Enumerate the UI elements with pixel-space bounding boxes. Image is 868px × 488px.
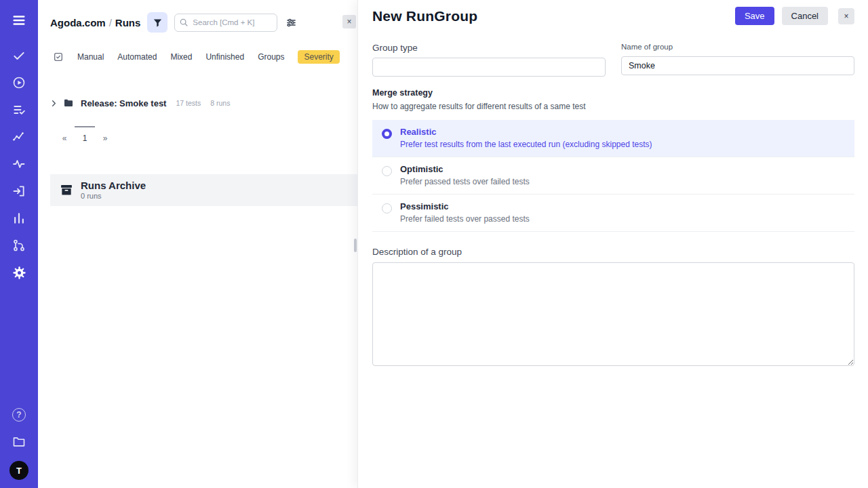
sidebar-nav <box>8 45 30 283</box>
breadcrumb-separator: / <box>106 17 115 28</box>
archive-box-icon <box>60 183 73 197</box>
run-group-tests-count: 17 tests <box>176 99 201 107</box>
tab-severity-badge[interactable]: Severity <box>298 50 339 64</box>
archive-subtitle: 0 runs <box>81 192 146 200</box>
runs-archive-row[interactable]: Runs Archive 0 runs <box>50 174 357 206</box>
save-button[interactable]: Save <box>735 7 774 25</box>
run-group-tree-row[interactable]: Release: Smoke test 17 tests 8 runs <box>38 95 357 111</box>
runs-header: Agoda.com/Runs <box>38 0 357 33</box>
description-label: Description of a group <box>372 247 854 257</box>
breadcrumb-project[interactable]: Agoda.com <box>50 17 106 28</box>
user-avatar[interactable]: T <box>9 461 28 480</box>
import-icon[interactable] <box>8 180 30 202</box>
runs-panel-close-button[interactable]: × <box>342 15 356 28</box>
group-type-label: Group type <box>372 43 606 53</box>
help-question-glyph: ? <box>12 408 26 422</box>
activity-pulse-icon[interactable] <box>8 153 30 175</box>
group-type-input[interactable] <box>372 58 606 77</box>
radio-unselected-icon[interactable] <box>382 166 392 176</box>
strategy-option-realistic[interactable]: Realistic Prefer test results from the l… <box>372 120 854 157</box>
run-group-runs-count: 8 runs <box>210 99 230 107</box>
archive-title: Runs Archive <box>81 180 146 191</box>
page-title: New RunGroup <box>372 8 477 24</box>
sidebar-bottom: ? T <box>8 404 30 480</box>
runs-play-icon[interactable] <box>8 72 30 94</box>
breadcrumb: Agoda.com/Runs <box>50 17 140 28</box>
git-branch-icon[interactable] <box>8 235 30 256</box>
strategy-title: Realistic <box>400 127 652 137</box>
strategy-description: Prefer passed tests over failed tests <box>400 177 530 186</box>
merge-strategy-options: Realistic Prefer test results from the l… <box>372 120 854 232</box>
drawer-header: New RunGroup Save Cancel × <box>372 7 854 25</box>
name-of-group-input[interactable] <box>621 56 854 75</box>
tab-manual[interactable]: Manual <box>77 52 104 62</box>
strategy-text: Pessimistic Prefer failed tests over pas… <box>400 201 530 224</box>
group-type-field: Group type <box>372 43 606 77</box>
strategy-description: Prefer test results from the last execut… <box>400 140 652 149</box>
runs-filter-tabs: Manual Automated Mixed Unfinished Groups… <box>38 33 357 64</box>
select-runs-icon[interactable] <box>53 52 64 62</box>
chevron-right-icon[interactable] <box>50 100 58 107</box>
strategy-option-optimistic[interactable]: Optimistic Prefer passed tests over fail… <box>372 157 854 195</box>
search-input[interactable] <box>174 14 277 32</box>
search-box <box>174 14 277 32</box>
merge-strategy-help: How to aggregate results for different r… <box>372 102 854 111</box>
reports-bar-chart-icon[interactable] <box>8 207 30 229</box>
analytics-line-icon[interactable] <box>8 126 30 148</box>
cancel-button[interactable]: Cancel <box>782 7 828 25</box>
runs-panel: Agoda.com/Runs × Manual <box>38 0 357 488</box>
strategy-text: Optimistic Prefer passed tests over fail… <box>400 164 530 186</box>
pagination-next[interactable]: » <box>95 126 115 143</box>
help-icon[interactable]: ? <box>8 404 30 426</box>
app-root: ? T Agoda.com/Runs <box>0 0 868 488</box>
test-plans-icon[interactable] <box>8 99 30 121</box>
run-group-title[interactable]: Release: Smoke test <box>81 98 166 108</box>
adjustments-sliders-icon[interactable] <box>284 16 298 30</box>
form-top-grid: Group type Name of group <box>372 43 854 77</box>
pagination-page-1[interactable]: 1 <box>75 126 95 143</box>
tab-mixed[interactable]: Mixed <box>170 52 192 62</box>
tab-groups[interactable]: Groups <box>258 52 284 62</box>
name-field: Name of group <box>621 43 854 77</box>
radio-selected-icon[interactable] <box>382 129 392 139</box>
radio-unselected-icon[interactable] <box>382 203 392 214</box>
panel-scrollbar-thumb[interactable] <box>354 239 357 252</box>
projects-folder-icon[interactable] <box>8 431 30 453</box>
drawer-actions: Save Cancel × <box>735 7 854 25</box>
hamburger-menu-icon[interactable] <box>8 9 30 31</box>
name-of-group-label: Name of group <box>621 43 854 51</box>
funnel-icon <box>153 18 163 28</box>
new-rungroup-drawer: New RunGroup Save Cancel × Group type Na… <box>357 0 868 488</box>
breadcrumb-page[interactable]: Runs <box>115 17 141 28</box>
strategy-text: Realistic Prefer test results from the l… <box>400 127 652 149</box>
search-icon <box>179 18 189 30</box>
tab-unfinished[interactable]: Unfinished <box>205 52 244 62</box>
strategy-title: Optimistic <box>400 164 530 174</box>
pagination: « 1 » <box>54 126 357 143</box>
strategy-title: Pessimistic <box>400 201 530 211</box>
pagination-prev[interactable]: « <box>54 126 75 143</box>
tests-check-icon[interactable] <box>8 45 30 66</box>
archive-text: Runs Archive 0 runs <box>81 180 146 200</box>
strategy-option-pessimistic[interactable]: Pessimistic Prefer failed tests over pas… <box>372 195 854 232</box>
tab-automated[interactable]: Automated <box>117 52 157 62</box>
merge-strategy-label: Merge strategy <box>372 88 854 98</box>
drawer-close-button[interactable]: × <box>838 8 854 24</box>
strategy-description: Prefer failed tests over passed tests <box>400 214 530 224</box>
settings-gear-icon[interactable] <box>8 262 30 283</box>
sidebar: ? T <box>0 0 38 488</box>
description-textarea[interactable] <box>372 262 854 366</box>
folder-icon <box>63 98 74 108</box>
filter-button[interactable] <box>147 12 167 33</box>
